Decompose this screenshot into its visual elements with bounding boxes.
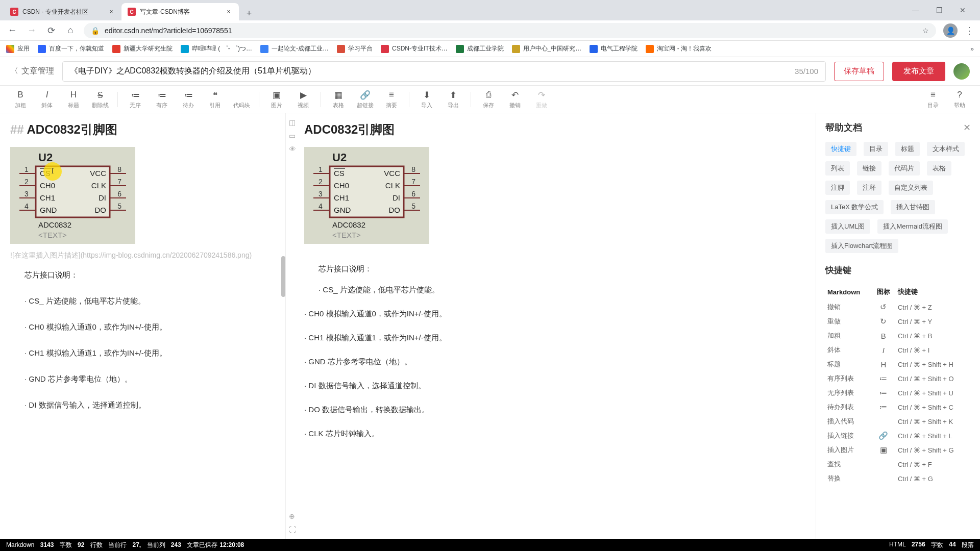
- help-tag[interactable]: 自定义列表: [889, 181, 933, 195]
- toolbar-视频[interactable]: ▶视频: [290, 89, 316, 109]
- scrollbar-thumb[interactable]: [281, 256, 285, 297]
- profile-icon[interactable]: 👤: [943, 23, 958, 38]
- toolbar-导入[interactable]: ⬇导入: [413, 89, 440, 109]
- svg-text:7: 7: [411, 178, 415, 186]
- shortcut-row: 标题HCtrl / ⌘ + Shift + H: [826, 358, 970, 371]
- back-to-articles-link[interactable]: 〈 文章管理: [10, 66, 54, 77]
- forward-icon[interactable]: →: [26, 24, 38, 37]
- bookmark-item[interactable]: 成都工业学院: [456, 44, 504, 53]
- toolbar-保存[interactable]: ⎙保存: [475, 89, 502, 109]
- browser-tabs: C CSDN - 专业开发者社区 × C 写文章-CSDN博客 × + — ❐ …: [0, 0, 980, 20]
- preview-para: · DO 数据信号输出，转换数据输出。: [304, 403, 800, 416]
- help-tag[interactable]: 表格: [927, 161, 951, 176]
- bookmark-item[interactable]: CSDN-专业IT技术…: [381, 44, 448, 53]
- toolbar-导出[interactable]: ⬆导出: [440, 89, 467, 109]
- save-draft-button[interactable]: 保存草稿: [834, 62, 884, 81]
- preview-pane-tools-bottom: ⊕ ⛶: [289, 512, 296, 534]
- eye-icon[interactable]: 👁: [289, 145, 296, 153]
- toolbar-icon: ⬆: [450, 89, 457, 101]
- help-tag[interactable]: 插入甘特图: [891, 200, 935, 214]
- toolbar-摘要[interactable]: ≡摘要: [378, 89, 405, 109]
- help-tag[interactable]: 插入Mermaid流程图: [877, 219, 948, 234]
- layout-split-icon[interactable]: ◫: [289, 118, 296, 127]
- user-avatar[interactable]: [953, 63, 970, 80]
- layout-single-icon[interactable]: ▭: [289, 132, 296, 140]
- toolbar-表格[interactable]: ▦表格: [325, 89, 352, 109]
- sync-scroll-icon[interactable]: ⊕: [289, 512, 296, 520]
- chip-diagram-preview: U21CS2CH03CH14GND8VCC7CLK6DI5DOADC0832<T…: [304, 147, 429, 244]
- help-tag[interactable]: 链接: [857, 161, 881, 176]
- bookmarks-overflow-icon[interactable]: »: [970, 45, 974, 53]
- close-icon[interactable]: ×: [225, 8, 233, 16]
- fullscreen-icon[interactable]: ⛶: [289, 525, 296, 534]
- tab-csdn-home[interactable]: C CSDN - 专业开发者社区 ×: [4, 3, 121, 20]
- help-tag[interactable]: 目录: [864, 142, 888, 156]
- reload-icon[interactable]: ⟳: [45, 24, 57, 37]
- svg-text:CLK: CLK: [385, 181, 400, 190]
- bookmark-item[interactable]: 百度一下，你就知道: [38, 44, 104, 53]
- shortcut-row: 斜体ICtrl / ⌘ + I: [826, 343, 970, 357]
- bookmark-item[interactable]: 学习平台: [337, 44, 373, 53]
- home-icon[interactable]: ⌂: [64, 24, 77, 37]
- toolbar-标题[interactable]: H标题: [60, 89, 87, 109]
- star-icon[interactable]: ☆: [922, 27, 929, 35]
- toolbar-无序[interactable]: ≔无序: [122, 89, 149, 109]
- help-tag[interactable]: 注脚: [825, 181, 850, 195]
- toolbar-超链接[interactable]: 🔗超链接: [352, 89, 378, 109]
- help-tag[interactable]: 注释: [857, 181, 881, 195]
- toolbar-icon: ▣: [273, 89, 281, 101]
- help-tag[interactable]: 列表: [825, 161, 850, 176]
- toolbar-删除线[interactable]: S̶删除线: [87, 89, 113, 109]
- shortcut-row: 有序列表≔Ctrl / ⌘ + Shift + O: [826, 372, 970, 385]
- toolbar-代码块[interactable]: 代码块: [228, 89, 255, 109]
- new-tab-button[interactable]: +: [242, 6, 256, 20]
- editor-pane[interactable]: ## ADC0832引脚图 U21CS2CH03CH14GND8VCC7CLK6…: [0, 113, 286, 539]
- help-tag[interactable]: 标题: [895, 142, 920, 156]
- back-icon[interactable]: ←: [6, 24, 18, 37]
- help-tag[interactable]: 插入Flowchart流程图: [825, 239, 898, 253]
- bookmark-item[interactable]: 一起论文-成都工业…: [260, 44, 329, 53]
- help-tag[interactable]: LaTeX 数学公式: [825, 200, 884, 214]
- url-bar[interactable]: 🔒 editor.csdn.net/md?articleId=106978551…: [84, 23, 936, 38]
- help-tag[interactable]: 插入UML图: [825, 219, 870, 234]
- help-tag[interactable]: 快捷键: [825, 142, 856, 156]
- toolbar-有序[interactable]: ≔有序: [149, 89, 175, 109]
- close-window-icon[interactable]: ✕: [955, 3, 970, 17]
- bookmark-favicon-icon: [646, 45, 654, 53]
- toolbar-图片[interactable]: ▣图片: [263, 89, 290, 109]
- bookmark-apps[interactable]: 应用: [6, 44, 30, 53]
- svg-text:5: 5: [411, 202, 415, 210]
- minimize-icon[interactable]: —: [909, 3, 923, 17]
- maximize-icon[interactable]: ❐: [932, 3, 946, 17]
- bookmark-item[interactable]: 新疆大学研究生院: [112, 44, 173, 53]
- svg-text:4: 4: [318, 202, 323, 210]
- toolbar-斜体[interactable]: I斜体: [34, 89, 60, 109]
- preview-para: · DI 数据信号输入，选择通道控制。: [304, 379, 800, 392]
- toolbar-icon: ≡: [389, 89, 394, 101]
- article-title-input[interactable]: [70, 67, 795, 76]
- toolbar-帮助[interactable]: ?帮助: [946, 89, 973, 109]
- bookmarks-bar: 应用 百度一下，你就知道新疆大学研究生院哔哩哔哩 ( ゜- ゜)つ…一起论文-成…: [0, 41, 980, 57]
- toolbar-icon: ↶: [511, 89, 519, 101]
- toolbar-目录[interactable]: ≡目录: [920, 89, 946, 109]
- bookmark-item[interactable]: 电气工程学院: [590, 44, 638, 53]
- svg-text:ADC0832: ADC0832: [332, 220, 365, 229]
- bookmark-item[interactable]: 哔哩哔哩 ( ゜- ゜)つ…: [181, 44, 252, 53]
- publish-button[interactable]: 发布文章: [892, 62, 945, 81]
- close-icon[interactable]: ×: [107, 8, 115, 16]
- toolbar-加粗[interactable]: B加粗: [7, 89, 34, 109]
- help-tag[interactable]: 文本样式: [927, 142, 965, 156]
- help-tag[interactable]: 代码片: [889, 161, 920, 176]
- toolbar-撤销[interactable]: ↶撤销: [502, 89, 528, 109]
- tab-editor[interactable]: C 写文章-CSDN博客 ×: [121, 3, 239, 20]
- svg-text:U2: U2: [332, 151, 347, 164]
- toolbar-引用[interactable]: ❝引用: [202, 89, 228, 109]
- close-icon[interactable]: ✕: [963, 122, 971, 133]
- bookmark-item[interactable]: 用户中心_中国研究…: [512, 44, 582, 53]
- bookmark-item[interactable]: 淘宝网 - 淘！我喜欢: [646, 44, 712, 53]
- kebab-menu-icon[interactable]: ⋮: [965, 25, 974, 36]
- image-markdown-syntax: ![在这里插入图片描述](https://img-blog.csdnimg.cn…: [10, 249, 275, 261]
- toolbar-待办[interactable]: ≔待办: [175, 89, 202, 109]
- bookmark-favicon-icon: [512, 45, 520, 53]
- window-controls: — ❐ ✕: [909, 3, 976, 17]
